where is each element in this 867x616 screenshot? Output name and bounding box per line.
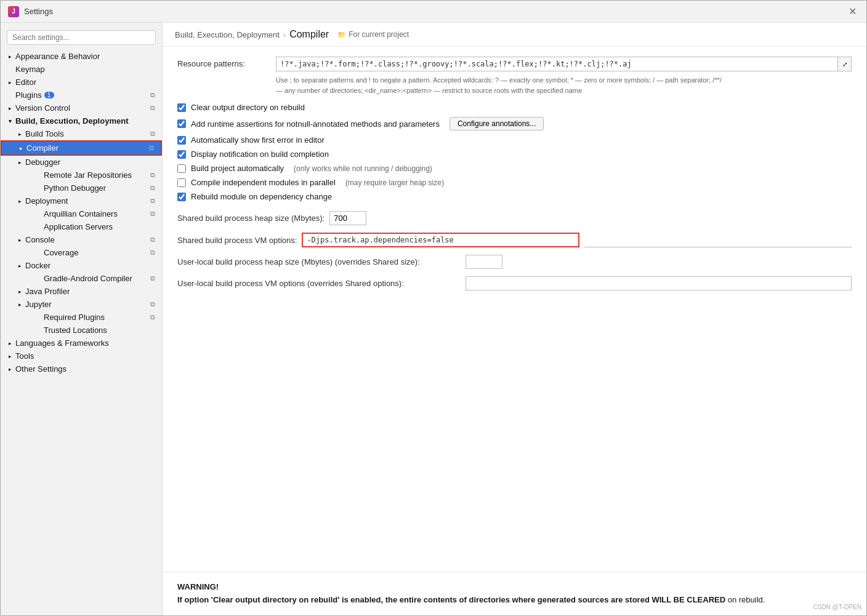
plugins-badge: 1 bbox=[44, 92, 54, 98]
shared-heap-input[interactable] bbox=[329, 211, 366, 225]
copy-icon: ⧉ bbox=[148, 171, 157, 180]
watermark: CSDN @T-OPEN bbox=[813, 604, 862, 610]
expand-icon bbox=[6, 52, 14, 61]
sidebar-item-python-debugger[interactable]: Python Debugger ⧉ bbox=[1, 182, 162, 194]
sidebar-item-label: Editor bbox=[15, 78, 36, 87]
resource-patterns-hint: Use ; to separate patterns and ! to nega… bbox=[276, 75, 852, 95]
rebuild-module-label: Rebuild module on dependency change bbox=[191, 192, 332, 201]
build-auto-checkbox[interactable] bbox=[177, 164, 186, 173]
sidebar-item-label: Tools bbox=[15, 351, 34, 361]
project-label: For current project bbox=[349, 30, 409, 39]
sidebar-item-compiler[interactable]: Compiler ⧉ bbox=[1, 140, 162, 156]
sidebar-item-label: Version Control bbox=[15, 103, 70, 113]
user-heap-row: User-local build process heap size (Mbyt… bbox=[177, 255, 852, 269]
sidebar-item-label: Gradle-Android Compiler bbox=[44, 274, 132, 283]
user-vm-input[interactable] bbox=[466, 276, 852, 290]
warning-section: WARNING! If option 'Clear output directo… bbox=[163, 572, 866, 616]
expand-icon bbox=[17, 144, 25, 153]
user-heap-input[interactable] bbox=[466, 255, 502, 269]
expand-icon bbox=[6, 117, 14, 126]
user-vm-label: User-local build process VM options (ove… bbox=[177, 279, 461, 288]
resource-patterns-expand-button[interactable]: ⤢ bbox=[838, 57, 852, 71]
sidebar-item-appearance[interactable]: Appearance & Behavior bbox=[1, 50, 162, 63]
copy-icon: ⧉ bbox=[148, 197, 157, 206]
sidebar-item-label: Java Profiler bbox=[25, 287, 70, 296]
user-heap-label: User-local build process heap size (Mbyt… bbox=[177, 257, 461, 266]
expand-icon bbox=[15, 300, 24, 309]
sidebar-item-plugins[interactable]: Plugins 1 ⧉ bbox=[1, 89, 162, 102]
sidebar-item-label: Deployment bbox=[25, 196, 68, 206]
sidebar-item-docker[interactable]: Docker bbox=[1, 259, 162, 272]
sidebar-item-languages[interactable]: Languages & Frameworks bbox=[1, 337, 162, 350]
compile-parallel-checkbox[interactable] bbox=[177, 178, 186, 187]
sidebar-item-app-servers[interactable]: Application Servers bbox=[1, 220, 162, 233]
titlebar-left: J Settings bbox=[8, 6, 53, 17]
copy-icon: ⧉ bbox=[148, 313, 157, 322]
sidebar-item-coverage[interactable]: Coverage ⧉ bbox=[1, 246, 162, 259]
auto-show-error-checkbox[interactable] bbox=[177, 136, 186, 145]
clear-output-label: Clear output directory on rebuild bbox=[191, 103, 305, 112]
sidebar-item-jupyter[interactable]: Jupyter ⧉ bbox=[1, 298, 162, 311]
sidebar-item-label: Trusted Locations bbox=[44, 326, 107, 335]
warning-title: WARNING! bbox=[177, 582, 852, 591]
vm-options-input[interactable] bbox=[302, 233, 579, 247]
breadcrumb-separator: › bbox=[283, 30, 286, 39]
clear-output-row: Clear output directory on rebuild bbox=[177, 103, 852, 112]
configure-annotations-button[interactable]: Configure annotations... bbox=[450, 117, 544, 130]
sidebar-item-label: Other Settings bbox=[15, 364, 67, 374]
project-icon: 📁 bbox=[337, 31, 346, 39]
sidebar-item-trusted-locations[interactable]: Trusted Locations bbox=[1, 324, 162, 337]
expand-icon bbox=[6, 365, 14, 374]
display-notification-checkbox[interactable] bbox=[177, 150, 186, 159]
app-icon: J bbox=[8, 6, 19, 17]
sidebar-item-label: Plugins bbox=[15, 90, 42, 100]
expand-icon bbox=[15, 287, 24, 296]
hint-line1: Use ; to separate patterns and ! to nega… bbox=[276, 76, 722, 84]
window-title: Settings bbox=[24, 7, 53, 16]
search-input[interactable] bbox=[7, 30, 156, 45]
compile-parallel-note: (may require larger heap size) bbox=[345, 178, 444, 187]
copy-icon: ⧉ bbox=[148, 274, 157, 283]
vm-options-row: Shared build process VM options: bbox=[177, 233, 852, 247]
sidebar-item-build-tools[interactable]: Build Tools ⧉ bbox=[1, 127, 162, 140]
build-auto-label: Build project automatically bbox=[191, 164, 284, 173]
close-button[interactable]: ✕ bbox=[845, 5, 859, 18]
add-runtime-label: Add runtime assertions for notnull-annot… bbox=[191, 119, 440, 129]
sidebar-item-tools[interactable]: Tools bbox=[1, 350, 162, 362]
sidebar-item-debugger[interactable]: Debugger bbox=[1, 156, 162, 169]
sidebar-item-label: Debugger bbox=[25, 158, 60, 167]
rebuild-module-checkbox[interactable] bbox=[177, 193, 186, 201]
sidebar-item-java-profiler[interactable]: Java Profiler bbox=[1, 285, 162, 298]
expand-icon bbox=[15, 262, 24, 270]
sidebar-item-arquillian[interactable]: Arquillian Containers ⧉ bbox=[1, 207, 162, 220]
sidebar-item-version-control[interactable]: Version Control ⧉ bbox=[1, 102, 162, 114]
sidebar-item-required-plugins[interactable]: Required Plugins ⧉ bbox=[1, 311, 162, 324]
copy-icon: ⧉ bbox=[148, 91, 157, 100]
sidebar-item-gradle-android[interactable]: Gradle-Android Compiler ⧉ bbox=[1, 272, 162, 285]
sidebar-item-label: Remote Jar Repositories bbox=[44, 170, 132, 180]
clear-output-checkbox[interactable] bbox=[177, 103, 186, 112]
sidebar-item-console[interactable]: Console ⧉ bbox=[1, 233, 162, 246]
user-vm-row: User-local build process VM options (ove… bbox=[177, 276, 852, 290]
sidebar-item-deployment[interactable]: Deployment ⧉ bbox=[1, 194, 162, 207]
expand-icon bbox=[15, 158, 24, 167]
sidebar-item-build-exec[interactable]: Build, Execution, Deployment bbox=[1, 114, 162, 127]
breadcrumb-project: 📁 For current project bbox=[337, 30, 409, 39]
sidebar-item-editor[interactable]: Editor bbox=[1, 76, 162, 89]
copy-icon: ⧉ bbox=[147, 144, 156, 153]
sidebar-item-other-settings[interactable]: Other Settings bbox=[1, 362, 162, 375]
sidebar-item-remote-jar[interactable]: Remote Jar Repositories ⧉ bbox=[1, 169, 162, 182]
copy-icon: ⧉ bbox=[148, 236, 157, 244]
copy-icon: ⧉ bbox=[148, 130, 157, 138]
sidebar-item-label: Application Servers bbox=[44, 222, 113, 231]
add-runtime-checkbox[interactable] bbox=[177, 119, 186, 128]
sidebar-item-label: Arquillian Containers bbox=[44, 209, 118, 218]
resource-patterns-input[interactable] bbox=[276, 57, 838, 71]
sidebar-item-label: Console bbox=[25, 235, 55, 244]
copy-icon: ⧉ bbox=[148, 210, 157, 218]
build-auto-row: Build project automatically (only works … bbox=[177, 164, 852, 173]
shared-heap-label: Shared build process heap size (Mbytes): bbox=[177, 214, 325, 223]
build-auto-note: (only works while not running / debuggin… bbox=[294, 164, 432, 173]
sidebar-item-keymap[interactable]: Keymap bbox=[1, 63, 162, 76]
sidebar-item-label: Build, Execution, Deployment bbox=[15, 116, 128, 126]
